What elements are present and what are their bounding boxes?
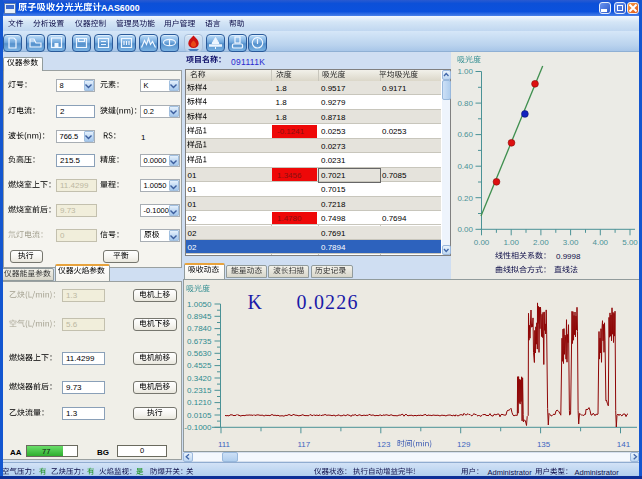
svg-text:0.60: 0.60 [457,130,473,139]
svg-text:0.80: 0.80 [457,99,473,108]
svg-text:0.00: 0.00 [457,225,473,234]
svg-text:3.00: 3.00 [563,238,579,247]
svg-text:0.00: 0.00 [474,238,490,247]
svg-text:2.00: 2.00 [533,238,549,247]
svg-text:1.00: 1.00 [457,67,473,76]
svg-text:5.00: 5.00 [622,238,638,247]
svg-text:1.00: 1.00 [503,238,519,247]
svg-text:0.20: 0.20 [457,194,473,203]
svg-text:0.40: 0.40 [457,162,473,171]
svg-text:4.00: 4.00 [593,238,609,247]
